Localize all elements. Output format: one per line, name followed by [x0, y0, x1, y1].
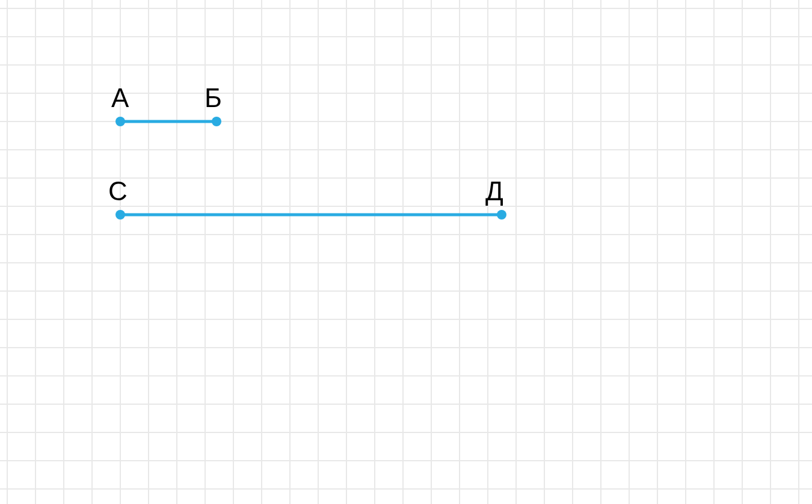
label-a: А	[111, 83, 129, 112]
point-c	[115, 210, 125, 220]
geometry-canvas: А Б С Д	[0, 0, 812, 504]
grid	[0, 0, 812, 504]
point-d	[497, 210, 506, 220]
label-c: С	[108, 176, 128, 206]
label-d: Д	[485, 176, 503, 206]
point-a	[115, 117, 125, 126]
segment-cd: С Д	[108, 176, 506, 220]
point-b	[212, 117, 221, 126]
label-b: Б	[205, 83, 222, 112]
